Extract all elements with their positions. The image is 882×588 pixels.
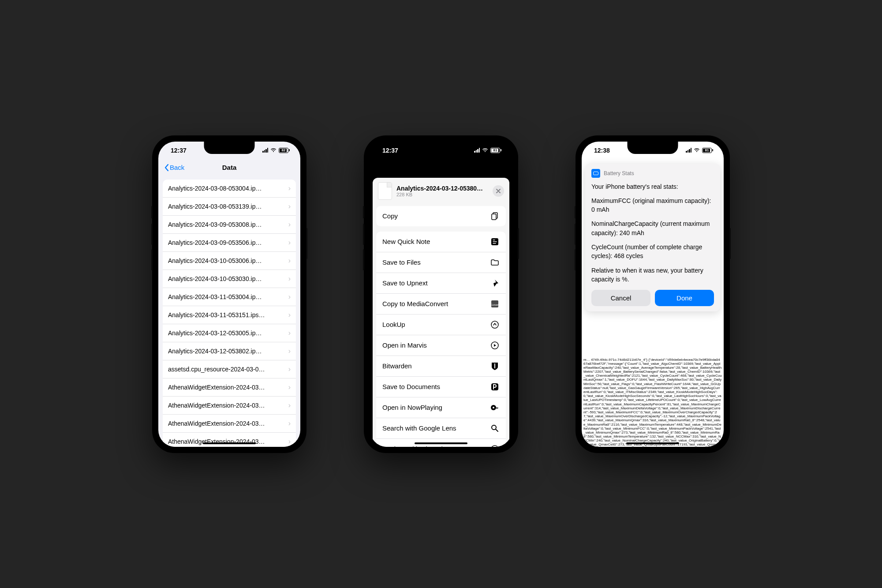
- action-label: Copy to MediaConvert: [382, 300, 448, 307]
- chevron-right-icon: ›: [288, 221, 291, 228]
- wifi-icon: [694, 148, 700, 153]
- action-folder[interactable]: Save to Files: [376, 252, 506, 273]
- battery-icon: 81: [490, 148, 501, 153]
- action-nowplaying[interactable]: Open in NowPlaying: [376, 397, 506, 418]
- status-time: 12:38: [594, 147, 610, 154]
- action-label: Open in Marvis: [382, 341, 427, 349]
- action-documents[interactable]: Save to Documents: [376, 377, 506, 397]
- file-row[interactable]: Analytics-2024-03-11-053004.ip…›: [163, 288, 296, 306]
- file-row[interactable]: AthenaWidgetExtension-2024-03…›: [163, 415, 296, 433]
- chevron-right-icon: ›: [288, 383, 291, 391]
- file-name: Analytics-2024-03-12-053005.ip…: [168, 330, 286, 337]
- sheet-filesize: 228 KB: [396, 192, 488, 197]
- action-label: Search with Google Lens: [382, 424, 456, 432]
- cellular-icon: [686, 148, 691, 153]
- file-name: Analytics-2024-03-10-053030.ip…: [168, 275, 286, 282]
- file-row[interactable]: AthenaWidgetExtension-2024-03…›: [163, 378, 296, 397]
- file-name: Analytics-2024-03-08-053004.ip…: [168, 185, 286, 192]
- file-name: AthenaWidgetExtension-2024-03…: [168, 384, 286, 391]
- file-name: AthenaWidgetExtension-2024-03…: [168, 420, 286, 427]
- bingchat-icon: [490, 444, 500, 447]
- copy-action[interactable]: Copy: [376, 206, 506, 226]
- wifi-icon: [270, 148, 277, 153]
- home-indicator[interactable]: [415, 442, 467, 444]
- sheet-header: Analytics-2024-03-12-05380… 228 KB: [373, 178, 509, 204]
- action-bitwarden[interactable]: Bitwarden: [376, 356, 506, 377]
- phone-2: 12:37 81 Analytics-2024-03-12-05380… 228…: [364, 135, 518, 453]
- action-label: Bitwarden: [382, 362, 412, 370]
- close-icon: [496, 189, 501, 193]
- file-row[interactable]: Analytics-2024-03-08-053139.ip…›: [163, 198, 296, 216]
- chevron-right-icon: ›: [288, 329, 291, 337]
- action-label: Analyze with Bing Chat: [382, 445, 450, 447]
- cellular-icon: [262, 148, 268, 153]
- svg-text:Convert: Convert: [491, 303, 499, 306]
- copy-icon: [490, 211, 500, 221]
- file-row[interactable]: Analytics-2024-03-12-053005.ip…›: [163, 324, 296, 342]
- action-quicknote[interactable]: New Quick Note: [376, 232, 506, 252]
- status-time: 12:37: [171, 147, 187, 154]
- back-button[interactable]: Back: [164, 164, 184, 171]
- action-upnext[interactable]: Save to Upnext: [376, 273, 506, 294]
- file-name: Analytics-2024-03-09-053008.ip…: [168, 221, 286, 228]
- action-mediaconvert[interactable]: Copy to MediaConvertConvert: [376, 294, 506, 315]
- screen-2: 12:37 81 Analytics-2024-03-12-05380… 228…: [370, 142, 512, 447]
- action-label: Save to Documents: [382, 383, 440, 390]
- copy-group: Copy: [376, 206, 506, 226]
- file-row[interactable]: AthenaWidgetExtension-2024-03…›: [163, 397, 296, 415]
- file-row[interactable]: Analytics-2024-03-10-053030.ip…›: [163, 270, 296, 288]
- home-indicator[interactable]: [626, 442, 679, 444]
- file-row[interactable]: Analytics-2024-03-12-053802.ip…›: [163, 342, 296, 360]
- bitwarden-icon: [490, 361, 500, 371]
- notch: [416, 142, 467, 154]
- file-name: AthenaWidgetExtension-2024-03…: [168, 402, 286, 409]
- close-button[interactable]: [493, 185, 504, 197]
- file-name: Analytics-2024-03-10-053006.ip…: [168, 257, 286, 264]
- share-sheet: Analytics-2024-03-12-05380… 228 KB Copy …: [373, 178, 509, 447]
- action-label: LookUp: [382, 321, 405, 328]
- file-name: Analytics-2024-03-11-053004.ip…: [168, 293, 286, 300]
- chevron-right-icon: ›: [288, 347, 291, 355]
- action-lens[interactable]: Search with Google Lens: [376, 418, 506, 439]
- home-indicator[interactable]: [203, 442, 256, 444]
- file-name: assetsd.cpu_resource-2024-03-0…: [168, 366, 286, 373]
- action-label: Save to Upnext: [382, 279, 428, 287]
- action-lookup[interactable]: LookUp: [376, 315, 506, 335]
- file-row[interactable]: assetsd.cpu_resource-2024-03-0…›: [163, 360, 296, 378]
- phone-1: 12:37 82 Back Data Analytics-2024-03-08-…: [152, 135, 306, 453]
- action-marvis[interactable]: Open in Marvis: [376, 335, 506, 356]
- status-time: 12:37: [382, 147, 398, 154]
- screen-3: 12:38 81 m… 4749-49dc-971c-74d8d211b67e_…: [582, 142, 724, 447]
- action-label: Save to Files: [382, 258, 421, 266]
- nav-bar: Back Data: [158, 159, 300, 176]
- battery-icon: 81: [702, 148, 713, 153]
- chevron-right-icon: ›: [288, 257, 291, 265]
- documents-icon: [490, 382, 500, 392]
- lookup-icon: [490, 320, 500, 330]
- file-row[interactable]: Analytics-2024-03-09-053008.ip…›: [163, 216, 296, 234]
- chevron-right-icon: ›: [288, 184, 291, 192]
- back-label: Back: [170, 164, 184, 171]
- done-button[interactable]: Done: [655, 290, 714, 306]
- chevron-right-icon: ›: [288, 202, 291, 210]
- file-row[interactable]: Analytics-2024-03-09-053506.ip…›: [163, 234, 296, 252]
- chevron-right-icon: ›: [288, 365, 291, 373]
- file-row[interactable]: Analytics-2024-03-08-053004.ip…›: [163, 180, 296, 198]
- file-list: Analytics-2024-03-08-053004.ip…›Analytic…: [163, 180, 296, 447]
- file-row[interactable]: AthenaWidgetExtension-2024-03…›: [163, 433, 296, 447]
- phone-3: 12:38 81 m… 4749-49dc-971c-74d8d211b67e_…: [576, 135, 730, 453]
- svg-rect-1: [492, 214, 496, 220]
- wifi-icon: [482, 148, 488, 153]
- svg-point-5: [491, 321, 498, 328]
- marvis-icon: [490, 341, 500, 350]
- file-name: Analytics-2024-03-12-053802.ip…: [168, 348, 286, 355]
- alert-dialog: Battery Stats Your iPhone battery's real…: [585, 164, 720, 312]
- lens-icon: [490, 423, 500, 433]
- file-row[interactable]: Analytics-2024-03-10-053006.ip…›: [163, 252, 296, 270]
- file-row[interactable]: Analytics-2024-03-11-053151.ips…›: [163, 306, 296, 324]
- chevron-left-icon: [164, 164, 169, 171]
- app-icon: [591, 169, 600, 178]
- svg-point-11: [491, 446, 498, 447]
- chevron-right-icon: ›: [288, 419, 291, 427]
- cancel-button[interactable]: Cancel: [591, 290, 650, 306]
